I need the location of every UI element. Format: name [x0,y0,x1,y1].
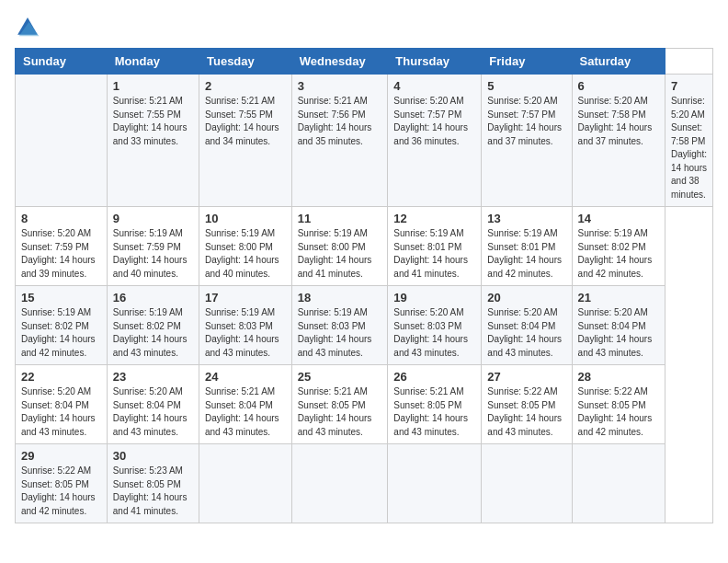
calendar-cell: 12Sunrise: 5:19 AMSunset: 8:01 PMDayligh… [388,207,482,286]
day-info: Sunrise: 5:23 AMSunset: 8:05 PMDaylight:… [113,465,193,518]
day-info: Sunrise: 5:21 AMSunset: 7:55 PMDaylight:… [205,95,286,148]
day-number: 29 [21,449,101,463]
day-info: Sunrise: 5:20 AMSunset: 8:04 PMDaylight:… [21,385,101,439]
day-info: Sunrise: 5:19 AMSunset: 8:03 PMDaylight:… [298,306,382,360]
week-row-1: 1Sunrise: 5:21 AMSunset: 7:55 PMDaylight… [16,75,713,207]
day-number: 14 [578,212,659,225]
day-info: Sunrise: 5:20 AMSunset: 8:04 PMDaylight:… [113,385,193,439]
week-row-4: 22Sunrise: 5:20 AMSunset: 8:04 PMDayligh… [16,365,713,444]
calendar-cell: 9Sunrise: 5:19 AMSunset: 7:59 PMDaylight… [107,207,199,286]
day-info: Sunrise: 5:19 AMSunset: 8:01 PMDaylight:… [487,227,565,281]
calendar-body: 1Sunrise: 5:21 AMSunset: 7:55 PMDaylight… [16,75,713,523]
day-number: 21 [578,291,659,304]
calendar-cell: 16Sunrise: 5:19 AMSunset: 8:02 PMDayligh… [107,286,199,365]
day-number: 5 [487,79,565,93]
calendar-cell: 22Sunrise: 5:20 AMSunset: 8:04 PMDayligh… [16,365,108,444]
calendar-cell [199,444,291,523]
day-info: Sunrise: 5:20 AMSunset: 7:58 PMDaylight:… [671,95,707,201]
week-row-3: 15Sunrise: 5:19 AMSunset: 8:02 PMDayligh… [16,286,713,365]
calendar-cell [291,444,388,523]
calendar-cell: 11Sunrise: 5:19 AMSunset: 8:00 PMDayligh… [291,207,388,286]
day-info: Sunrise: 5:22 AMSunset: 8:05 PMDaylight:… [487,385,565,439]
calendar-cell: 14Sunrise: 5:19 AMSunset: 8:02 PMDayligh… [572,207,665,286]
day-number: 13 [487,212,565,225]
day-number: 1 [113,79,193,93]
day-info: Sunrise: 5:20 AMSunset: 7:57 PMDaylight:… [487,95,565,148]
weekday-header-monday: Monday [107,49,199,75]
day-number: 3 [298,79,382,93]
day-info: Sunrise: 5:19 AMSunset: 8:02 PMDaylight:… [578,227,659,281]
day-info: Sunrise: 5:19 AMSunset: 8:03 PMDaylight:… [205,306,286,360]
calendar-cell: 5Sunrise: 5:20 AMSunset: 7:57 PMDaylight… [482,75,572,207]
calendar-table: SundayMondayTuesdayWednesdayThursdayFrid… [15,48,713,523]
day-number: 9 [113,212,193,225]
day-number: 16 [113,291,193,304]
calendar-cell: 23Sunrise: 5:20 AMSunset: 8:04 PMDayligh… [107,365,199,444]
logo [15,15,44,40]
calendar-cell: 4Sunrise: 5:20 AMSunset: 7:57 PMDaylight… [388,75,482,207]
calendar-cell: 2Sunrise: 5:21 AMSunset: 7:55 PMDaylight… [199,75,291,207]
day-info: Sunrise: 5:19 AMSunset: 8:02 PMDaylight:… [113,306,193,360]
weekday-header-sunday: Sunday [16,49,108,75]
calendar-cell: 24Sunrise: 5:21 AMSunset: 8:04 PMDayligh… [199,365,291,444]
day-number: 22 [21,370,101,384]
calendar-cell: 6Sunrise: 5:20 AMSunset: 7:58 PMDaylight… [572,75,665,207]
day-number: 6 [578,79,659,93]
weekday-header-tuesday: Tuesday [199,49,291,75]
calendar-cell: 3Sunrise: 5:21 AMSunset: 7:56 PMDaylight… [291,75,388,207]
day-info: Sunrise: 5:19 AMSunset: 8:01 PMDaylight:… [393,227,475,281]
day-number: 8 [21,212,101,225]
day-info: Sunrise: 5:20 AMSunset: 7:59 PMDaylight:… [21,227,101,281]
day-number: 10 [205,212,286,225]
calendar-cell: 20Sunrise: 5:20 AMSunset: 8:04 PMDayligh… [482,286,572,365]
calendar-cell: 19Sunrise: 5:20 AMSunset: 8:03 PMDayligh… [388,286,482,365]
weekday-header-friday: Friday [482,49,572,75]
calendar-cell: 25Sunrise: 5:21 AMSunset: 8:05 PMDayligh… [291,365,388,444]
calendar-cell: 30Sunrise: 5:23 AMSunset: 8:05 PMDayligh… [107,444,199,523]
day-number: 19 [393,291,475,304]
day-number: 7 [671,79,707,93]
day-number: 25 [298,370,382,384]
calendar-cell: 18Sunrise: 5:19 AMSunset: 8:03 PMDayligh… [291,286,388,365]
day-number: 27 [487,370,565,384]
header [15,15,713,40]
calendar-cell: 7Sunrise: 5:20 AMSunset: 7:58 PMDaylight… [665,75,713,207]
calendar-cell: 28Sunrise: 5:22 AMSunset: 8:05 PMDayligh… [572,365,665,444]
calendar-cell: 17Sunrise: 5:19 AMSunset: 8:03 PMDayligh… [199,286,291,365]
empty-cell [16,75,108,207]
day-info: Sunrise: 5:21 AMSunset: 8:05 PMDaylight:… [393,385,475,439]
day-number: 15 [21,291,101,304]
calendar-header: SundayMondayTuesdayWednesdayThursdayFrid… [16,49,713,75]
day-info: Sunrise: 5:20 AMSunset: 8:03 PMDaylight:… [393,306,475,360]
week-row-5: 29Sunrise: 5:22 AMSunset: 8:05 PMDayligh… [16,444,713,523]
day-info: Sunrise: 5:20 AMSunset: 7:58 PMDaylight:… [578,95,659,148]
weekday-header-row: SundayMondayTuesdayWednesdayThursdayFrid… [16,49,713,75]
day-info: Sunrise: 5:22 AMSunset: 8:05 PMDaylight:… [578,385,659,439]
day-number: 30 [113,449,193,463]
day-number: 12 [393,212,475,225]
day-number: 24 [205,370,286,384]
day-info: Sunrise: 5:21 AMSunset: 8:04 PMDaylight:… [205,385,286,439]
calendar-cell [482,444,572,523]
logo-icon [15,15,40,40]
day-info: Sunrise: 5:19 AMSunset: 7:59 PMDaylight:… [113,227,193,281]
day-number: 20 [487,291,565,304]
day-number: 17 [205,291,286,304]
day-number: 18 [298,291,382,304]
day-info: Sunrise: 5:20 AMSunset: 8:04 PMDaylight:… [487,306,565,360]
calendar-cell: 27Sunrise: 5:22 AMSunset: 8:05 PMDayligh… [482,365,572,444]
calendar-cell: 29Sunrise: 5:22 AMSunset: 8:05 PMDayligh… [16,444,108,523]
calendar-cell: 21Sunrise: 5:20 AMSunset: 8:04 PMDayligh… [572,286,665,365]
calendar-cell: 1Sunrise: 5:21 AMSunset: 7:55 PMDaylight… [107,75,199,207]
day-info: Sunrise: 5:19 AMSunset: 8:00 PMDaylight:… [298,227,382,281]
day-number: 2 [205,79,286,93]
day-number: 11 [298,212,382,225]
day-number: 26 [393,370,475,384]
day-info: Sunrise: 5:20 AMSunset: 7:57 PMDaylight:… [393,95,475,148]
day-info: Sunrise: 5:21 AMSunset: 7:55 PMDaylight:… [113,95,193,148]
week-row-2: 8Sunrise: 5:20 AMSunset: 7:59 PMDaylight… [16,207,713,286]
weekday-header-saturday: Saturday [572,49,665,75]
day-info: Sunrise: 5:22 AMSunset: 8:05 PMDaylight:… [21,465,101,518]
day-info: Sunrise: 5:21 AMSunset: 8:05 PMDaylight:… [298,385,382,439]
calendar-cell [388,444,482,523]
